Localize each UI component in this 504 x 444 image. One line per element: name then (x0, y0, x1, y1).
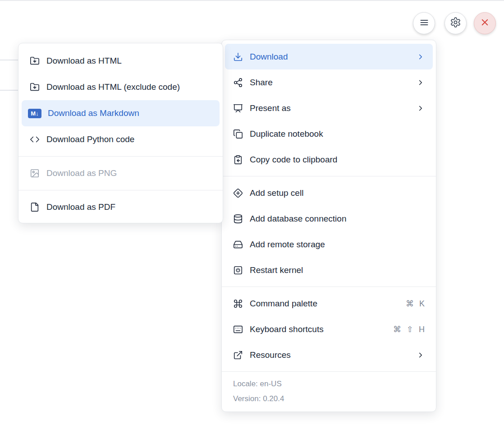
close-x-icon (480, 17, 490, 29)
menu-item-label: Add remote storage (250, 240, 425, 250)
menu-item-label: Download as HTML (46, 56, 211, 66)
copy-icon (233, 129, 243, 139)
shortcut-hint: ⌘ K (406, 299, 425, 309)
background-cell-border-bottom (0, 90, 18, 91)
chevron-right-icon (417, 79, 425, 87)
menu-item-label: Download as HTML (exclude code) (46, 82, 211, 92)
submenu-item-download-as-html-exclude-code[interactable]: Download as HTML (exclude code) (22, 74, 220, 100)
context-menu: Download Share Present as Duplicate note… (221, 40, 436, 412)
gear-icon (450, 17, 461, 30)
chevron-right-icon (417, 351, 425, 359)
menu-item-label: Duplicate notebook (250, 129, 425, 139)
menu-item-add-database-connection[interactable]: Add database connection (225, 206, 433, 231)
locale-text: Locale: en-US (233, 376, 425, 391)
menu-item-label: Restart kernel (250, 265, 425, 275)
menu-item-download[interactable]: Download (225, 44, 433, 69)
menu-item-add-setup-cell[interactable]: Add setup cell (225, 180, 433, 206)
menu-item-label: Download as PDF (46, 202, 211, 212)
shortcut-hint: ⌘ ⇧ H (393, 324, 425, 334)
folder-down-icon (30, 82, 40, 92)
settings-button[interactable] (444, 12, 467, 34)
menu-item-label: Command palette (250, 299, 400, 309)
diamond-plus-icon (233, 188, 243, 198)
menu-item-keyboard-shortcuts[interactable]: Keyboard shortcuts ⌘ ⇧ H (225, 316, 433, 342)
external-link-icon (233, 350, 243, 360)
menu-item-label: Download as Markdown (48, 108, 211, 118)
submenu-item-download-python-code[interactable]: Download Python code (22, 126, 220, 153)
menu-item-command-palette[interactable]: Command palette ⌘ K (225, 291, 433, 316)
menu-item-label: Present as (250, 103, 411, 113)
menu-separator (222, 176, 436, 176)
menu-item-label: Download as PNG (46, 168, 211, 178)
shutdown-button[interactable] (474, 12, 496, 34)
download-submenu: Download as HTML Download as HTML (exclu… (18, 43, 223, 223)
presentation-icon (233, 103, 243, 113)
menu-footer: Locale: en-US Version: 0.20.4 (222, 371, 436, 412)
download-icon (233, 52, 243, 62)
menu-item-resources[interactable]: Resources (225, 342, 433, 368)
keyboard-icon (233, 324, 243, 334)
background-cell-border-top (0, 60, 18, 60)
code-icon (30, 134, 40, 144)
folder-down-icon (30, 56, 40, 66)
menu-item-copy-code[interactable]: Copy code to clipboard (225, 147, 433, 172)
menu-item-label: Keyboard shortcuts (250, 324, 388, 334)
menu-item-label: Add database connection (250, 214, 425, 224)
file-icon (30, 202, 40, 212)
power-square-icon (233, 265, 243, 275)
chevron-right-icon (417, 104, 425, 112)
menu-separator (222, 287, 436, 287)
menu-separator (18, 190, 223, 190)
clipboard-copy-icon (233, 155, 243, 165)
menu-item-label: Download Python code (46, 134, 211, 144)
version-text: Version: 0.20.4 (233, 391, 425, 406)
menu-item-share[interactable]: Share (225, 69, 433, 95)
chevron-right-icon (417, 53, 425, 61)
menu-item-restart-kernel[interactable]: Restart kernel (225, 257, 433, 283)
share-icon (233, 78, 243, 88)
command-icon (233, 299, 243, 309)
image-icon (30, 168, 40, 178)
hamburger-icon (419, 17, 430, 30)
page-top-border (0, 0, 504, 1)
markdown-badge-icon: M↓ (28, 109, 41, 118)
submenu-item-download-as-png[interactable]: Download as PNG (22, 160, 220, 186)
menu-item-label: Add setup cell (250, 188, 425, 198)
menu-item-label: Download (250, 52, 411, 62)
submenu-item-download-as-markdown[interactable]: M↓ Download as Markdown (22, 100, 220, 126)
menu-item-label: Share (250, 78, 411, 88)
menu-item-present-as[interactable]: Present as (225, 95, 433, 121)
notebook-menu-button[interactable] (413, 12, 435, 34)
submenu-item-download-as-pdf[interactable]: Download as PDF (22, 194, 220, 220)
menu-item-add-remote-storage[interactable]: Add remote storage (225, 231, 433, 257)
menu-item-duplicate-notebook[interactable]: Duplicate notebook (225, 121, 433, 147)
submenu-item-download-as-html[interactable]: Download as HTML (22, 48, 220, 74)
menu-item-label: Copy code to clipboard (250, 155, 425, 165)
hard-drive-icon (233, 240, 243, 250)
database-icon (233, 214, 243, 224)
menu-item-label: Resources (250, 350, 411, 360)
menu-separator (18, 156, 223, 157)
